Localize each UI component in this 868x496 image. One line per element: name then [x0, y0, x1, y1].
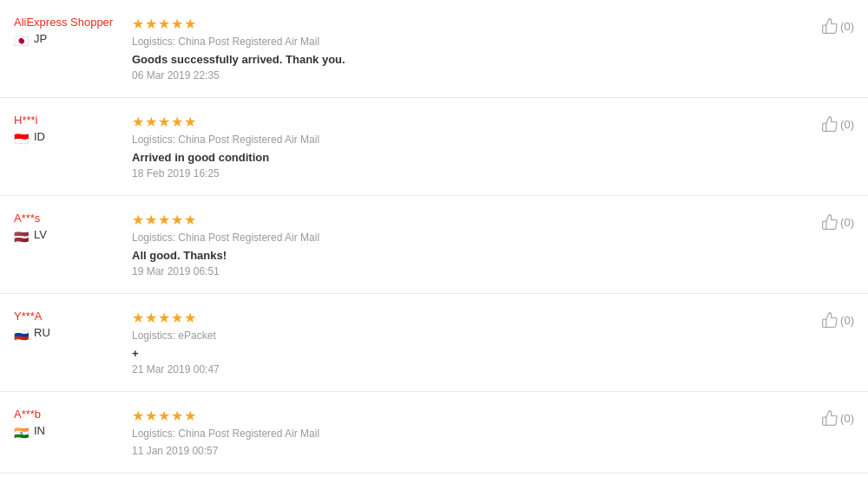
logistics-info: Logistics: China Post Registered Air Mai…	[132, 427, 802, 440]
like-col: (0)	[802, 16, 854, 35]
country-code: JP	[34, 32, 47, 45]
review-content: ★★★★★ Logistics: China Post Registered A…	[118, 114, 802, 179]
review-content: ★★★★★ Logistics: ePacket + 21 Mar 2019 0…	[118, 310, 802, 375]
review-content: ★★★★★ Logistics: China Post Registered A…	[118, 212, 802, 277]
star-rating: ★★★★★	[132, 408, 802, 424]
review-date: 19 Mar 2019 06:51	[132, 265, 802, 277]
like-count: (0)	[840, 118, 854, 131]
like-button[interactable]: (0)	[821, 213, 854, 231]
logistics-info: Logistics: China Post Registered Air Mai…	[132, 36, 802, 48]
thumbs-up-icon	[821, 115, 838, 133]
like-col: (0)	[802, 212, 854, 231]
review-list: AliExpress Shopper 🇯🇵 JP ★★★★★ Logistics…	[0, 0, 868, 473]
country-code: ID	[34, 130, 45, 143]
like-button[interactable]: (0)	[821, 17, 854, 35]
reviewer-col: AliExpress Shopper 🇯🇵 JP	[14, 16, 118, 45]
reviewer-country: 🇱🇻 LV	[14, 228, 118, 241]
review-item: A***b 🇮🇳 IN ★★★★★ Logistics: China Post …	[0, 392, 868, 473]
logistics-info: Logistics: China Post Registered Air Mai…	[132, 232, 802, 244]
reviewer-name: H***i	[14, 114, 118, 127]
review-date: 06 Mar 2019 22:35	[132, 69, 802, 82]
country-flag: 🇮🇩	[14, 132, 30, 142]
reviewer-col: Y***A 🇷🇺 RU	[14, 310, 118, 339]
reviewer-country: 🇮🇳 IN	[14, 424, 118, 437]
country-flag: 🇱🇻	[14, 230, 30, 240]
thumbs-up-icon	[821, 311, 838, 329]
country-flag: 🇷🇺	[14, 328, 30, 338]
reviewer-country: 🇷🇺 RU	[14, 326, 118, 339]
reviewer-name: A***b	[14, 408, 118, 421]
country-flag: 🇮🇳	[14, 426, 30, 436]
review-item: H***i 🇮🇩 ID ★★★★★ Logistics: China Post …	[0, 98, 868, 196]
review-text: +	[132, 347, 802, 360]
reviewer-col: H***i 🇮🇩 ID	[14, 114, 118, 143]
like-count: (0)	[840, 314, 854, 327]
review-item: AliExpress Shopper 🇯🇵 JP ★★★★★ Logistics…	[0, 0, 868, 98]
star-rating: ★★★★★	[132, 310, 802, 326]
thumbs-up-icon	[821, 409, 838, 427]
like-col: (0)	[802, 310, 854, 329]
star-rating: ★★★★★	[132, 212, 802, 228]
reviewer-name: Y***A	[14, 310, 118, 323]
review-item: Y***A 🇷🇺 RU ★★★★★ Logistics: ePacket + 2…	[0, 294, 868, 392]
thumbs-up-icon	[821, 17, 838, 35]
like-button[interactable]: (0)	[821, 311, 854, 329]
country-flag: 🇯🇵	[14, 34, 30, 44]
country-code: LV	[34, 228, 47, 241]
like-col: (0)	[802, 408, 854, 427]
thumbs-up-icon	[821, 213, 838, 231]
review-text: All good. Thanks!	[132, 249, 802, 262]
country-code: RU	[34, 326, 50, 339]
review-date: 18 Feb 2019 16:25	[132, 167, 802, 179]
star-rating: ★★★★★	[132, 114, 802, 130]
like-count: (0)	[840, 216, 854, 229]
country-code: IN	[34, 424, 45, 437]
review-item: A***s 🇱🇻 LV ★★★★★ Logistics: China Post …	[0, 196, 868, 294]
reviewer-col: A***s 🇱🇻 LV	[14, 212, 118, 241]
like-col: (0)	[802, 114, 854, 133]
like-button[interactable]: (0)	[821, 409, 854, 427]
reviewer-name: A***s	[14, 212, 118, 225]
like-button[interactable]: (0)	[821, 115, 854, 133]
star-rating: ★★★★★	[132, 16, 802, 32]
logistics-info: Logistics: ePacket	[132, 330, 802, 342]
review-date: 21 Mar 2019 00:47	[132, 363, 802, 375]
reviewer-col: A***b 🇮🇳 IN	[14, 408, 118, 437]
review-content: ★★★★★ Logistics: China Post Registered A…	[118, 16, 802, 82]
reviewer-country: 🇮🇩 ID	[14, 130, 118, 143]
review-text: Arrived in good condition	[132, 151, 802, 164]
like-count: (0)	[840, 20, 854, 33]
reviewer-country: 🇯🇵 JP	[14, 32, 118, 45]
review-text: Goods successfully arrived. Thank you.	[132, 53, 802, 66]
review-date: 11 Jan 2019 00:57	[132, 445, 802, 457]
review-content: ★★★★★ Logistics: China Post Registered A…	[118, 408, 802, 457]
like-count: (0)	[840, 412, 854, 425]
logistics-info: Logistics: China Post Registered Air Mai…	[132, 134, 802, 146]
reviewer-name: AliExpress Shopper	[14, 16, 118, 29]
